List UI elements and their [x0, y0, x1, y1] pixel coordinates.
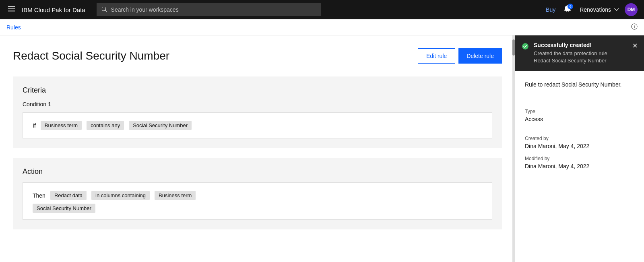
toast-body: Created the data protection rule Redact …	[534, 50, 627, 64]
scroll-bar	[512, 35, 515, 262]
page-header: Redact Social Security Number Edit rule …	[13, 48, 502, 64]
rule-description: Rule to redact Social Security Number.	[525, 80, 634, 89]
action-row-2: Social Security Number	[33, 205, 482, 211]
svg-rect-0	[8, 6, 15, 7]
action-title: Action	[23, 167, 492, 176]
criteria-section: Criteria Condition 1 If Business term co…	[13, 76, 502, 148]
success-toast: Successfully created! Created the data p…	[515, 35, 644, 71]
chevron-down-icon	[613, 6, 620, 13]
avatar[interactable]: DM	[625, 3, 638, 16]
type-value: Access	[525, 116, 634, 122]
header-actions: Edit rule Delete rule	[418, 48, 502, 64]
contains-any-chip: contains any	[87, 121, 124, 130]
action-business-term-chip: Business term	[155, 191, 196, 200]
page-title: Redact Social Security Number	[13, 50, 169, 62]
action-box: Then Redact data in columns containing B…	[23, 182, 492, 220]
notification-count: 6	[568, 4, 573, 9]
left-panel: Redact Social Security Number Edit rule …	[0, 35, 515, 262]
hamburger-menu-button[interactable]	[6, 4, 17, 16]
success-icon	[522, 43, 529, 52]
modified-by-value: Dina Maroni, May 4, 2022	[525, 163, 634, 169]
buy-link[interactable]: Buy	[546, 6, 555, 13]
search-input[interactable]	[111, 6, 316, 13]
toast-body-line2: Redact Social Security Number	[534, 58, 607, 64]
in-columns-chip: in columns containing	[91, 191, 150, 200]
condition-box: If Business term contains any Social Sec…	[23, 112, 492, 138]
rules-breadcrumb-link[interactable]: Rules	[6, 24, 21, 31]
app-brand: IBM Cloud Pak for Data	[22, 6, 85, 13]
modified-by-label: Modified by	[525, 156, 634, 161]
action-ssn-chip: Social Security Number	[33, 204, 95, 213]
search-icon	[101, 6, 108, 13]
toast-body-line1: Created the data protection rule	[534, 50, 607, 56]
rule-meta: Rule to redact Social Security Number. T…	[515, 71, 644, 186]
toast-content: Successfully created! Created the data p…	[534, 42, 627, 64]
created-by-label: Created by	[525, 136, 634, 141]
business-term-chip: Business term	[41, 121, 82, 130]
svg-rect-2	[8, 10, 15, 11]
type-label: Type	[525, 109, 634, 114]
workspace-label: Renovations	[580, 6, 611, 13]
info-icon[interactable]	[631, 23, 638, 31]
notification-bell[interactable]: 6	[564, 5, 572, 14]
scroll-thumb[interactable]	[512, 39, 515, 56]
if-text: If	[33, 122, 36, 129]
main-wrapper: Redact Social Security Number Edit rule …	[0, 35, 644, 262]
search-bar[interactable]	[97, 3, 321, 16]
criteria-title: Criteria	[23, 86, 492, 95]
created-by-value: Dina Maroni, May 4, 2022	[525, 143, 634, 149]
workspace-selector[interactable]: Renovations	[580, 6, 620, 13]
edit-rule-button[interactable]: Edit rule	[418, 48, 455, 64]
svg-rect-1	[8, 8, 15, 9]
delete-rule-button[interactable]: Delete rule	[458, 48, 502, 64]
meta-divider-2	[525, 129, 634, 129]
svg-rect-5	[634, 25, 635, 25]
right-panel: Successfully created! Created the data p…	[515, 35, 644, 262]
breadcrumb-bar: Rules	[0, 19, 644, 35]
toast-close-button[interactable]: ✕	[632, 42, 638, 50]
action-section: Action Then Redact data in columns conta…	[13, 158, 502, 229]
action-row-1: Then Redact data in columns containing B…	[33, 191, 482, 200]
condition-label: Condition 1	[23, 101, 492, 107]
svg-point-6	[522, 43, 528, 50]
ssn-condition-chip: Social Security Number	[129, 121, 192, 130]
svg-rect-4	[634, 26, 635, 28]
toast-title: Successfully created!	[534, 42, 627, 48]
top-navigation: IBM Cloud Pak for Data Buy 6 Renovations…	[0, 0, 644, 19]
then-text: Then	[33, 192, 45, 199]
meta-divider-1	[525, 102, 634, 102]
redact-data-chip: Redact data	[50, 191, 87, 200]
